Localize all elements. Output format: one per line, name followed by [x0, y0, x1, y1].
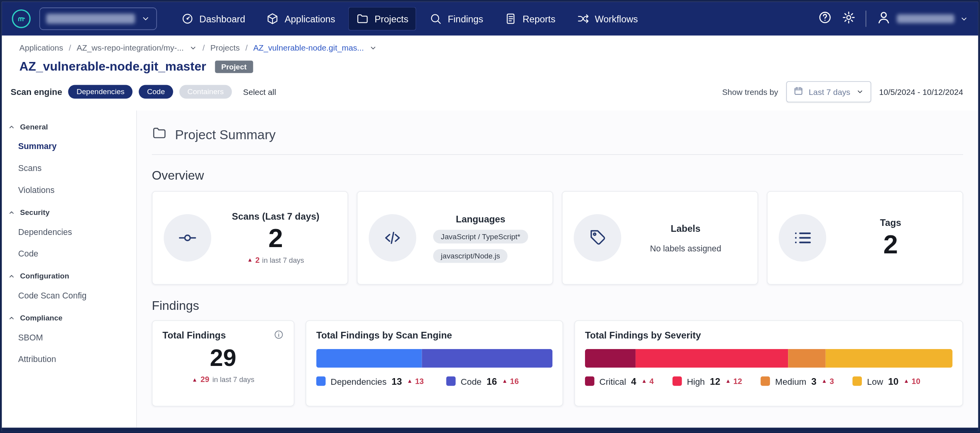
breadcrumb-projects[interactable]: Projects	[210, 43, 240, 53]
nav-label: Workflows	[595, 13, 638, 24]
nav-label: Applications	[285, 13, 335, 24]
card-title: Labels	[671, 222, 700, 233]
breadcrumb-separator: /	[245, 43, 248, 53]
legend-low: Low 10 ▲ 10	[853, 376, 920, 386]
chevron-up-icon	[8, 273, 15, 280]
trend-up-icon: ▲	[247, 257, 253, 263]
sidebar: General Summary Scans Violations Securit…	[2, 111, 137, 428]
nav-item-dashboard[interactable]: Dashboard	[173, 7, 253, 31]
card-title: Total Findings by Severity	[585, 329, 701, 340]
nav-item-applications[interactable]: Applications	[258, 7, 343, 31]
trends-period-dropdown[interactable]: Last 7 days	[786, 81, 871, 102]
content: General Summary Scans Violations Securit…	[2, 111, 978, 428]
pill-code[interactable]: Code	[139, 85, 173, 98]
sidebar-item-code[interactable]: Code	[2, 243, 136, 265]
project-summary-header: Project Summary	[152, 126, 963, 144]
breadcrumb-application-name[interactable]: AZ_ws-repo-integration/my-...	[77, 43, 184, 53]
bottom-border-bar	[2, 428, 978, 431]
sidebar-section-configuration[interactable]: Configuration	[2, 265, 136, 285]
sidebar-item-violations[interactable]: Violations	[2, 179, 136, 201]
card-findings-by-severity: Total Findings by Severity Critical 4	[574, 320, 963, 407]
nav-label: Reports	[523, 13, 556, 24]
trend-value: 3	[830, 377, 834, 386]
card-title: Total Findings by Scan Engine	[316, 329, 452, 340]
trend-up-icon: ▲	[821, 378, 827, 384]
nav-item-projects[interactable]: Projects	[348, 7, 417, 31]
sidebar-item-summary[interactable]: Summary	[2, 135, 136, 157]
findings-cards: Total Findings 29 ▲ 29 in last 7 days To…	[152, 320, 963, 407]
legend-label: High	[687, 376, 705, 386]
sidebar-item-attribution[interactable]: Attribution	[2, 348, 136, 370]
overview-cards: Scans (Last 7 days) 2 ▲ 2 in last 7 days	[152, 191, 963, 285]
reports-icon	[505, 13, 517, 25]
scan-icon	[164, 214, 211, 262]
sidebar-section-compliance[interactable]: Compliance	[2, 307, 136, 327]
language-chip: javascript/Node.js	[433, 249, 508, 262]
trend-value: 2	[255, 256, 260, 264]
breadcrumb-project-name[interactable]: AZ_vulnerable-node.git_mas...	[253, 43, 364, 53]
title-row: AZ_vulnerable-node.git_master Project	[2, 55, 978, 76]
pill-dependencies[interactable]: Dependencies	[68, 85, 133, 98]
trend-up-icon: ▲	[903, 378, 909, 384]
info-icon[interactable]	[274, 329, 283, 342]
trends-period-value: Last 7 days	[809, 87, 850, 96]
trend-up-icon: ▲	[192, 377, 197, 382]
top-nav-right	[818, 10, 968, 27]
select-all-link[interactable]: Select all	[243, 87, 276, 96]
scans-value: 2	[268, 225, 283, 253]
card-title: Total Findings	[163, 329, 226, 340]
trend-suffix: in last 7 days	[262, 257, 304, 264]
nav-item-reports[interactable]: Reports	[496, 7, 563, 31]
settings-button[interactable]	[842, 11, 856, 27]
workflows-icon	[577, 13, 589, 25]
mend-logo-icon[interactable]	[12, 9, 31, 28]
trend-value: 10	[912, 377, 920, 386]
language-chips: JavaScript / TypeScript* javascript/Node…	[433, 229, 528, 262]
scans-trend: ▲ 2 in last 7 days	[247, 256, 304, 264]
legend-dependencies: Dependencies 13 ▲ 13	[316, 376, 424, 386]
chevron-up-icon	[8, 209, 15, 216]
card-title: Tags	[880, 217, 901, 228]
sidebar-item-dependencies[interactable]: Dependencies	[2, 221, 136, 243]
card-tags: Tags 2	[767, 191, 963, 285]
org-selector-dropdown[interactable]	[39, 7, 157, 30]
bar-segment-medium[interactable]	[788, 349, 826, 368]
card-title: Languages	[456, 213, 505, 224]
sidebar-section-title: General	[20, 122, 48, 131]
chevron-down-icon[interactable]	[189, 44, 197, 51]
legend-value: 16	[486, 376, 497, 386]
nav-item-workflows[interactable]: Workflows	[569, 7, 646, 31]
user-menu[interactable]	[876, 10, 968, 27]
sidebar-item-sbom[interactable]: SBOM	[2, 327, 136, 349]
top-nav: Dashboard Applications Projects Findings…	[2, 2, 978, 36]
scan-engine-row: Scan engine Dependencies Code Containers…	[2, 76, 978, 111]
card-title: Scans (Last 7 days)	[232, 211, 320, 222]
legend-value: 4	[631, 376, 636, 386]
scan-engine-legend: Dependencies 13 ▲ 13 Code 16	[316, 376, 552, 386]
nav-item-findings[interactable]: Findings	[422, 7, 492, 31]
bar-segment-critical[interactable]	[585, 349, 636, 368]
redacted-org-name	[46, 14, 135, 24]
overview-heading: Overview	[152, 169, 963, 183]
trend-up-icon: ▲	[641, 378, 647, 384]
bar-segment-code[interactable]	[422, 349, 552, 368]
sidebar-item-code-scan-config[interactable]: Code Scan Config	[2, 285, 136, 307]
nav-label: Dashboard	[199, 13, 245, 24]
legend-trend: ▲ 4	[641, 377, 654, 386]
sidebar-item-scans[interactable]: Scans	[2, 157, 136, 179]
breadcrumb-applications[interactable]: Applications	[19, 43, 63, 53]
sidebar-section-security[interactable]: Security	[2, 201, 136, 221]
trend-up-icon: ▲	[725, 378, 731, 384]
bar-segment-high[interactable]	[636, 349, 788, 368]
help-button[interactable]	[818, 11, 832, 27]
scale-root: Dashboard Applications Projects Findings…	[0, 0, 980, 433]
bar-segment-low[interactable]	[826, 349, 953, 368]
legend-code: Code 16 ▲ 16	[446, 376, 519, 386]
bar-segment-dependencies[interactable]	[316, 349, 422, 368]
pill-containers[interactable]: Containers	[179, 85, 232, 98]
legend-swatch	[446, 377, 456, 386]
sidebar-section-general[interactable]: General	[2, 115, 136, 135]
severity-legend: Critical 4 ▲ 4 High 12 ▲	[585, 376, 953, 386]
chevron-down-icon[interactable]	[369, 44, 377, 51]
severity-bar	[585, 349, 953, 368]
